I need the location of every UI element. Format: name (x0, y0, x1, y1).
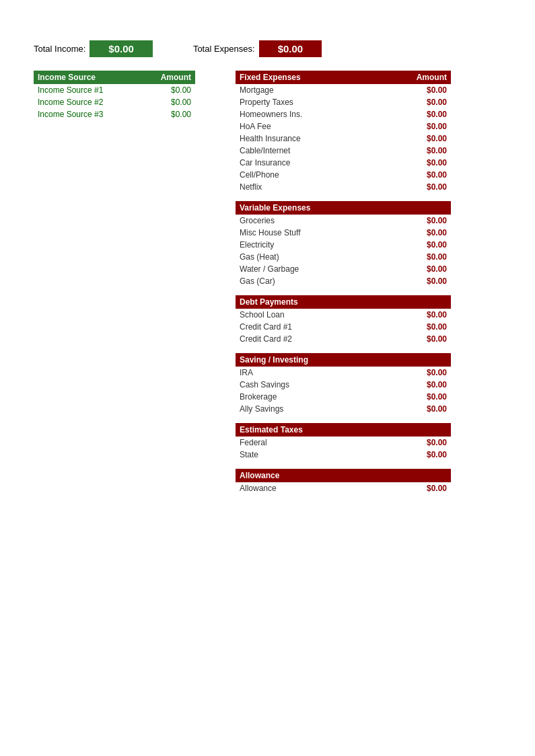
expense-row-label: Gas (Heat) (240, 252, 279, 262)
main-content: Income Source Amount Income Source #1$0.… (34, 71, 501, 494)
expense-row-label: Credit Card #1 (240, 322, 292, 332)
expense-row: Gas (Car)$0.00 (236, 275, 451, 287)
expense-row-value: $0.00 (427, 240, 447, 250)
fixed-expenses-header: Fixed Expenses Amount (236, 71, 451, 84)
expense-row: Cash Savings$0.00 (236, 379, 451, 391)
expense-row-label: Homeowners Ins. (240, 110, 302, 119)
variable-rows: Groceries$0.00Misc House Stuff$0.00Elect… (236, 215, 451, 287)
expense-row-value: $0.00 (427, 392, 447, 402)
page: Total Income: $0.00 Total Expenses: $0.0… (0, 0, 535, 535)
expense-row-value: $0.00 (427, 158, 447, 167)
expense-row: Mortgage$0.00 (236, 84, 451, 96)
income-summary: Total Income: $0.00 (34, 40, 153, 57)
expense-row-value: $0.00 (427, 276, 447, 286)
expense-row-value: $0.00 (427, 322, 447, 332)
expense-row-value: $0.00 (427, 450, 447, 459)
variable-expenses-header: Variable Expenses (236, 201, 451, 215)
income-row-value: $0.00 (171, 98, 191, 107)
expense-row-label: Cash Savings (240, 380, 289, 389)
expense-row: Credit Card #1$0.00 (236, 321, 451, 333)
income-row: Income Source #2$0.00 (34, 96, 195, 108)
income-header: Income Source Amount (34, 71, 195, 84)
debt-rows: School Loan$0.00Credit Card #1$0.00Credi… (236, 309, 451, 345)
expense-row-label: Gas (Car) (240, 276, 275, 286)
expense-row-label: Property Taxes (240, 98, 293, 107)
expense-row-label: Federal (240, 438, 267, 447)
expense-row: Misc House Stuff$0.00 (236, 227, 451, 239)
expense-row: Gas (Heat)$0.00 (236, 251, 451, 263)
expense-row-label: Mortgage (240, 85, 274, 95)
allowance-header: Allowance (236, 469, 451, 482)
expense-row-label: Cell/Phone (240, 170, 279, 180)
income-row: Income Source #1$0.00 (34, 84, 195, 96)
expense-row-value: $0.00 (427, 368, 447, 377)
expense-row: Electricity$0.00 (236, 239, 451, 251)
variable-expenses-label: Variable Expenses (240, 203, 310, 213)
taxes-rows: Federal$0.00State$0.00 (236, 437, 451, 461)
expense-row-value: $0.00 (427, 182, 447, 192)
expense-row: Federal$0.00 (236, 437, 451, 449)
expense-row: Cable/Internet$0.00 (236, 145, 451, 157)
expense-row-label: IRA (240, 368, 253, 377)
expense-row: Water / Garbage$0.00 (236, 263, 451, 275)
expense-row-value: $0.00 (427, 216, 447, 225)
income-source-col: Income Source (38, 73, 96, 82)
income-row-value: $0.00 (171, 110, 191, 119)
expense-row-value: $0.00 (427, 252, 447, 262)
expense-row: Car Insurance$0.00 (236, 157, 451, 169)
expense-row-value: $0.00 (427, 98, 447, 107)
expense-row-label: Cable/Internet (240, 146, 290, 155)
expense-row-label: Health Insurance (240, 134, 301, 143)
allowance-label: Allowance (240, 471, 279, 480)
expense-row-value: $0.00 (427, 228, 447, 237)
debt-payments-label: Debt Payments (240, 297, 298, 307)
expense-row-value: $0.00 (427, 404, 447, 414)
allowance-rows: Allowance$0.00 (236, 482, 451, 494)
expense-row: Allowance$0.00 (236, 482, 451, 494)
income-row-value: $0.00 (171, 85, 191, 95)
expense-row-label: Electricity (240, 240, 274, 250)
expense-row-value: $0.00 (427, 334, 447, 344)
income-total-label: Total Income: (34, 44, 85, 54)
expense-row-label: Water / Garbage (240, 264, 299, 274)
expense-row-value: $0.00 (427, 85, 447, 95)
expense-row-label: School Loan (240, 310, 285, 319)
estimated-taxes-header: Estimated Taxes (236, 423, 451, 437)
income-row-label: Income Source #2 (38, 98, 103, 107)
expense-row-value: $0.00 (427, 146, 447, 155)
estimated-taxes-label: Estimated Taxes (240, 425, 303, 434)
expense-row-label: Car Insurance (240, 158, 290, 167)
expense-row-value: $0.00 (427, 134, 447, 143)
expenses-summary: Total Expenses: $0.00 (193, 40, 322, 57)
saving-rows: IRA$0.00Cash Savings$0.00Brokerage$0.00A… (236, 367, 451, 415)
expenses-total-label: Total Expenses: (193, 44, 255, 54)
expense-row-label: Credit Card #2 (240, 334, 292, 344)
debt-payments-header: Debt Payments (236, 295, 451, 309)
expense-row: Ally Savings$0.00 (236, 403, 451, 415)
fixed-rows: Mortgage$0.00Property Taxes$0.00Homeowne… (236, 84, 451, 193)
expense-row: Netflix$0.00 (236, 181, 451, 193)
expenses-section: Fixed Expenses Amount Mortgage$0.00Prope… (236, 71, 451, 494)
expense-row: Homeowners Ins.$0.00 (236, 108, 451, 120)
expense-row: Health Insurance$0.00 (236, 133, 451, 145)
expense-row-label: Misc House Stuff (240, 228, 300, 237)
expense-row-value: $0.00 (427, 484, 447, 493)
expense-row: IRA$0.00 (236, 367, 451, 379)
expense-row-value: $0.00 (427, 438, 447, 447)
fixed-expenses-amount-col: Amount (417, 73, 447, 82)
expense-row-label: Brokerage (240, 392, 277, 402)
expense-row: Groceries$0.00 (236, 215, 451, 227)
expense-row: School Loan$0.00 (236, 309, 451, 321)
income-row-label: Income Source #3 (38, 110, 103, 119)
expense-row: Brokerage$0.00 (236, 391, 451, 403)
expense-row: State$0.00 (236, 449, 451, 461)
expense-row-value: $0.00 (427, 380, 447, 389)
expense-row-label: Groceries (240, 216, 275, 225)
expense-row-value: $0.00 (427, 170, 447, 180)
fixed-expenses-label: Fixed Expenses (240, 73, 301, 82)
expense-row-value: $0.00 (427, 110, 447, 119)
expense-row-label: Allowance (240, 484, 277, 493)
saving-investing-header: Saving / Investing (236, 353, 451, 367)
expenses-total-value: $0.00 (259, 40, 322, 57)
expense-row: HoA Fee$0.00 (236, 120, 451, 133)
